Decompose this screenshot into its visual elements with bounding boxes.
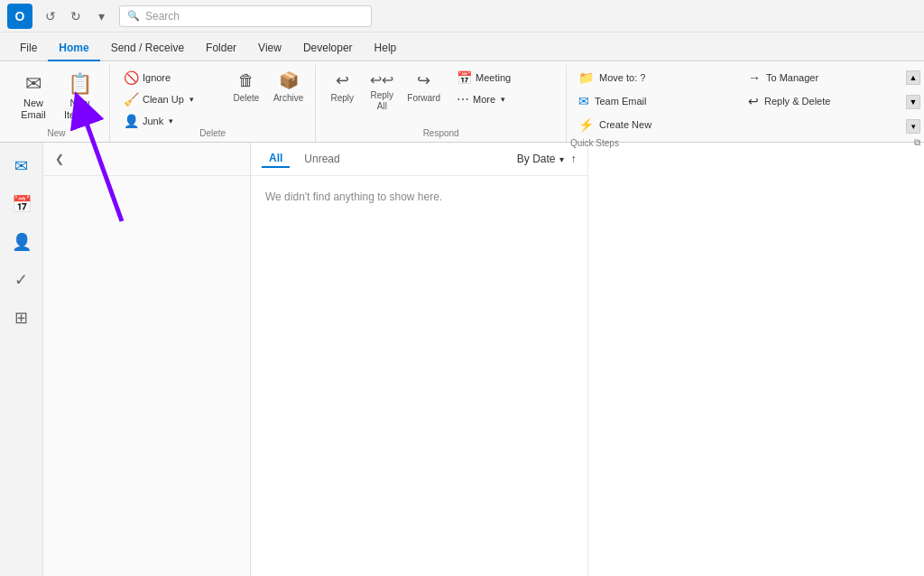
meeting-icon: 📅 xyxy=(457,70,472,85)
ribbon-group-respond: ↩ Reply ↩↩ ReplyAll ↪ Forward 📅 Meeting xyxy=(316,65,567,142)
tab-view[interactable]: View xyxy=(247,36,292,61)
create-new-icon: ⚡ xyxy=(578,117,594,132)
new-group-label: New xyxy=(11,128,102,140)
search-placeholder: Search xyxy=(145,10,180,23)
reply-button[interactable]: ↩ Reply xyxy=(323,67,361,126)
move-to-button[interactable]: 📁 Move to: ? xyxy=(570,67,733,88)
forward-label: Forward xyxy=(407,93,440,104)
ignore-label: Ignore xyxy=(143,72,171,83)
app-logo: O xyxy=(7,4,32,29)
app-layout: ✉ 📅 👤 ✓ ⊞ ❮ All Unread By Date ▾ ↑ xyxy=(0,143,924,576)
more-label: More xyxy=(473,94,495,105)
tab-developer[interactable]: Developer xyxy=(292,36,364,61)
new-group-buttons: ✉ NewEmail 📋 NewItems ▾ xyxy=(11,67,102,126)
tab-file[interactable]: File xyxy=(9,36,48,61)
create-new-label: Create New xyxy=(599,119,651,130)
filter-unread-button[interactable]: Unread xyxy=(297,151,346,167)
title-bar-controls: ↺ ↻ ▾ xyxy=(40,5,112,27)
new-email-button[interactable]: ✉ NewEmail xyxy=(11,67,56,126)
undo-button[interactable]: ↺ xyxy=(40,5,61,27)
archive-button[interactable]: 📦 Archive xyxy=(269,67,308,126)
reply-delete-button[interactable]: ↩ Reply & Delete xyxy=(740,90,902,112)
search-icon: 🔍 xyxy=(127,10,140,22)
cleanup-button[interactable]: 🧹 Clean Up ▾ xyxy=(117,88,226,110)
ribbon-tabs: File Home Send / Receive Folder View Dev… xyxy=(0,33,924,61)
to-manager-button[interactable]: → To Manager xyxy=(740,67,902,88)
search-bar[interactable]: 🔍 Search xyxy=(119,5,372,27)
new-items-button[interactable]: 📋 NewItems ▾ xyxy=(58,67,102,126)
sort-by-date-button[interactable]: By Date ▾ xyxy=(517,153,564,165)
quick-steps-scroll: ▲ ▼ ▾ xyxy=(906,69,920,135)
collapse-folder-pane-button[interactable]: ❮ xyxy=(51,150,69,168)
delete-group-label: Delete xyxy=(117,128,308,140)
respond-stack-right: 📅 Meeting ⋯ More ▾ xyxy=(450,67,559,126)
sort-direction-button[interactable]: ↑ xyxy=(571,153,577,165)
folder-pane: ❮ xyxy=(43,143,251,576)
ignore-button[interactable]: 🚫 Ignore xyxy=(117,67,226,88)
more-button[interactable]: ⋯ More ▾ xyxy=(450,88,559,110)
new-email-icon: ✉ xyxy=(25,72,42,96)
nav-tasks[interactable]: ✓ xyxy=(5,264,38,296)
tab-help[interactable]: Help xyxy=(364,36,408,61)
reading-pane xyxy=(587,143,925,576)
nav-contacts[interactable]: 👤 xyxy=(5,226,38,258)
mail-empty-text: We didn't find anything to show here. xyxy=(265,190,442,203)
new-items-icon: 📋 xyxy=(68,72,92,96)
archive-icon: 📦 xyxy=(279,71,299,91)
more-icon: ⋯ xyxy=(457,92,469,107)
reply-delete-icon: ↩ xyxy=(748,94,759,108)
move-to-icon: 📁 xyxy=(578,70,594,85)
reply-icon: ↩ xyxy=(336,71,349,91)
quicksteps-expand-icon: ⧉ xyxy=(914,137,920,148)
quicksteps-scroll-down[interactable]: ▼ xyxy=(906,95,920,109)
tab-send-receive[interactable]: Send / Receive xyxy=(100,36,195,61)
new-email-label: NewEmail xyxy=(21,98,46,121)
to-manager-label: To Manager xyxy=(766,72,818,83)
redo-button[interactable]: ↻ xyxy=(65,5,87,27)
quicksteps-scroll-more[interactable]: ▾ xyxy=(906,119,920,134)
new-items-label: NewItems ▾ xyxy=(64,98,96,121)
ribbon: ✉ NewEmail 📋 NewItems ▾ New 🚫 Ignore xyxy=(0,61,924,143)
delete-group-buttons: 🚫 Ignore 🧹 Clean Up ▾ 👤 Junk ▾ xyxy=(117,67,308,126)
team-email-button[interactable]: ✉ Team Email xyxy=(570,90,733,112)
mail-list-header: All Unread By Date ▾ ↑ xyxy=(251,143,587,176)
quicksteps-label-text: Quick Steps xyxy=(570,138,619,148)
ignore-icon: 🚫 xyxy=(124,70,139,85)
nav-mail[interactable]: ✉ xyxy=(5,150,38,182)
nav-grid[interactable]: ⊞ xyxy=(5,302,38,334)
sort-label: By Date xyxy=(517,153,556,165)
quicksteps-group-label: Quick Steps ⧉ xyxy=(570,137,920,148)
reply-label: Reply xyxy=(331,93,355,104)
nav-sidebar: ✉ 📅 👤 ✓ ⊞ xyxy=(0,143,43,576)
filter-all-button[interactable]: All xyxy=(262,150,290,168)
nav-calendar[interactable]: 📅 xyxy=(5,188,38,220)
folder-pane-header: ❮ xyxy=(43,143,250,176)
reply-all-icon: ↩↩ xyxy=(370,71,393,88)
to-manager-icon: → xyxy=(748,70,761,85)
create-new-button[interactable]: ⚡ Create New xyxy=(570,114,733,135)
junk-icon: 👤 xyxy=(124,114,139,128)
reply-delete-label: Reply & Delete xyxy=(764,96,830,107)
meeting-button[interactable]: 📅 Meeting xyxy=(450,67,559,88)
delete-button[interactable]: 🗑 Delete xyxy=(227,67,265,126)
junk-label: Junk xyxy=(143,116,163,126)
mail-list: All Unread By Date ▾ ↑ We didn't find an… xyxy=(251,143,587,576)
quick-access-dropdown[interactable]: ▾ xyxy=(90,5,112,27)
respond-group-label: Respond xyxy=(323,128,559,140)
tab-folder[interactable]: Folder xyxy=(195,36,247,61)
ribbon-group-new: ✉ NewEmail 📋 NewItems ▾ New xyxy=(4,65,110,142)
cleanup-icon: 🧹 xyxy=(124,92,139,107)
respond-group-buttons: ↩ Reply ↩↩ ReplyAll ↪ Forward 📅 Meeting xyxy=(323,67,559,126)
move-to-label: Move to: ? xyxy=(599,72,645,83)
team-email-label: Team Email xyxy=(595,96,646,107)
delete-icon: 🗑 xyxy=(238,71,254,91)
tab-home[interactable]: Home xyxy=(48,36,99,61)
reply-all-label: ReplyAll xyxy=(371,90,394,112)
forward-button[interactable]: ↪ Forward xyxy=(402,67,445,126)
team-email-icon: ✉ xyxy=(578,94,589,108)
sort-dropdown-icon: ▾ xyxy=(559,154,564,164)
cleanup-label: Clean Up xyxy=(143,94,184,105)
quicksteps-scroll-up[interactable]: ▲ xyxy=(906,70,920,85)
forward-icon: ↪ xyxy=(417,71,430,91)
reply-all-button[interactable]: ↩↩ ReplyAll xyxy=(363,67,401,126)
